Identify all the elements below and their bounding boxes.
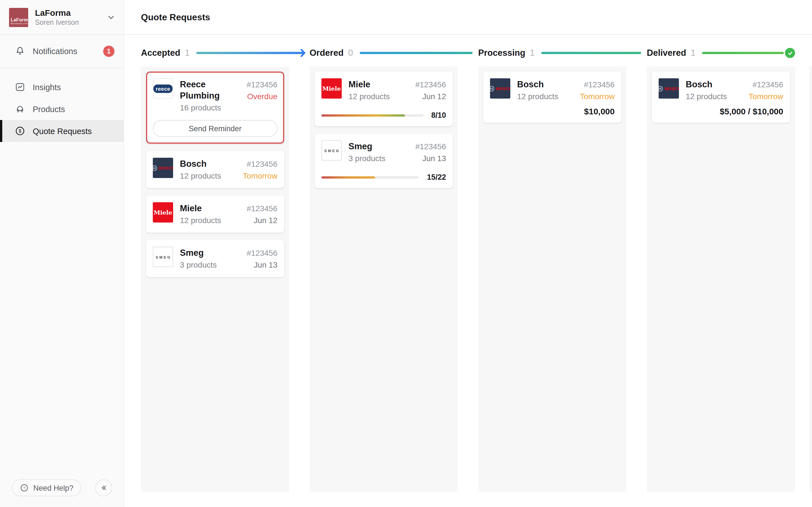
smeg-logo: SMEG [321, 140, 342, 161]
bosch-logo-wordmark: BOSCH [159, 165, 173, 170]
vendor-name: Smeg [349, 141, 409, 152]
question-circle-icon: ? [20, 483, 29, 492]
sidebar-item-quote-requests[interactable]: $ Quote Requests [0, 120, 123, 142]
stage-count: 1 [530, 48, 535, 58]
stage-count: 1 [185, 48, 190, 58]
vendor-name: Bosch [686, 79, 742, 90]
quote-card-reece[interactable]: reece Reece Plumbing 16 products #123456… [146, 71, 284, 144]
bell-icon [15, 45, 26, 58]
miele-logo-wordmark: Miele [154, 209, 172, 216]
order-number: #123456 [247, 203, 277, 214]
quote-card-bosch[interactable]: BOSCH Bosch 12 products #123456 Tomorrow… [652, 71, 790, 123]
sidebar: LaForma Barcelona Living LaForma Soren I… [0, 0, 124, 507]
stage-stepper: Accepted 1 Ordered 0 Processing 1 Delive… [124, 35, 812, 66]
stage-connector-line [360, 52, 472, 54]
sidebar-item-label: Quote Requests [33, 126, 92, 135]
order-progress: 8/10 [321, 111, 446, 119]
product-count: 16 products [180, 102, 240, 113]
sidebar-item-label: Insights [33, 82, 61, 92]
check-circle-icon [785, 48, 795, 58]
progress-track [321, 176, 419, 178]
sidebar-item-label: Products [33, 105, 65, 114]
collapse-sidebar-button[interactable] [95, 480, 112, 496]
product-count: 12 products [517, 91, 573, 102]
bosch-logo-wordmark: BOSCH [665, 86, 679, 91]
order-number: #123456 [247, 247, 277, 259]
product-count: 12 products [180, 215, 240, 226]
quote-card-miele[interactable]: Miele Miele 12 products #123456 Jun 12 [315, 71, 453, 126]
vendor-name: Bosch [180, 158, 236, 170]
column-accepted: reece Reece Plumbing 16 products #123456… [141, 66, 289, 492]
stage-ordered: Ordered 0 [310, 48, 458, 58]
due-status: Overdue [247, 91, 277, 102]
main-content: Quote Requests Accepted 1 Ordered 0 Proc… [124, 0, 812, 507]
due-status: Tomorrow [749, 91, 783, 102]
stage-connector-line [541, 52, 641, 54]
due-date: Jun 12 [247, 215, 277, 226]
org-text: LaForma Soren Iverson [35, 8, 79, 26]
quote-card-smeg[interactable]: SMEG Smeg 3 products #123456 Jun 13 [146, 240, 284, 277]
quote-card-bosch[interactable]: BOSCH Bosch 12 products #123456 Tomorrow [146, 151, 284, 188]
progress-fill [321, 176, 375, 178]
stage-processing: Processing 1 [478, 48, 626, 58]
sidebar-item-notifications[interactable]: Notifications 1 [0, 35, 123, 68]
miele-logo-wordmark: Miele [322, 85, 341, 92]
need-help-button[interactable]: ? Need Help? [12, 480, 82, 496]
notification-badge: 1 [103, 46, 114, 57]
vendor-name: Miele [180, 203, 240, 214]
dollar-circle-icon: $ [15, 126, 26, 136]
due-date: Jun 13 [247, 259, 277, 270]
product-count: 12 products [349, 91, 409, 102]
quote-card-bosch[interactable]: BOSCH Bosch 12 products #123456 Tomorrow… [483, 71, 621, 123]
stage-connector-line [702, 52, 784, 54]
laforma-logo-wordmark: LaForma [11, 18, 27, 22]
order-number: #123456 [247, 79, 277, 90]
chevron-down-icon[interactable] [107, 13, 116, 22]
stage-count: 0 [348, 48, 353, 58]
quote-card-miele[interactable]: Miele Miele 12 products #123456 Jun 12 [146, 195, 284, 233]
stage-name: Processing [478, 48, 525, 58]
order-number: #123456 [580, 79, 615, 90]
product-count: 12 products [686, 91, 742, 102]
progress-fill [321, 114, 405, 116]
svg-text:?: ? [23, 486, 26, 490]
stage-delivered: Delivered 1 [647, 48, 795, 58]
next-column-peek [809, 66, 812, 492]
laforma-logo: LaForma Barcelona Living [9, 8, 28, 27]
sidebar-footer: ? Need Help? [0, 480, 123, 507]
progress-track [321, 114, 423, 116]
order-amount: $10,000 [490, 107, 615, 116]
column-processing: BOSCH Bosch 12 products #123456 Tomorrow… [478, 66, 626, 492]
svg-text:$: $ [18, 128, 21, 134]
order-number: #123456 [415, 79, 446, 90]
send-reminder-button[interactable]: Send Reminder [153, 120, 277, 137]
stage-accepted: Accepted 1 [141, 48, 289, 58]
product-count: 12 products [180, 170, 236, 181]
page-title: Quote Requests [141, 12, 210, 22]
bosch-logo: BOSCH [490, 78, 510, 99]
order-amount: $5,000 / $10,000 [659, 107, 783, 116]
org-switcher[interactable]: LaForma Barcelona Living LaForma Soren I… [0, 0, 123, 35]
miele-logo: Miele [321, 78, 342, 99]
smeg-logo: SMEG [153, 247, 173, 267]
vendor-name: Smeg [180, 247, 240, 259]
org-name: LaForma [35, 8, 79, 17]
reece-logo-wordmark: reece [153, 84, 172, 93]
order-progress: 15/22 [321, 173, 446, 181]
sidebar-item-products[interactable]: Products [0, 98, 123, 120]
chart-icon [15, 82, 26, 93]
bosch-logo-wordmark: BOSCH [496, 86, 510, 91]
chevrons-left-icon [100, 484, 108, 492]
page-header: Quote Requests [124, 0, 812, 35]
chair-icon [15, 104, 26, 114]
need-help-label: Need Help? [33, 484, 73, 492]
bosch-emblem-icon [490, 86, 494, 92]
order-number: #123456 [415, 141, 446, 152]
quote-card-smeg[interactable]: SMEG Smeg 3 products #123456 Jun 13 [315, 133, 453, 188]
stage-name: Accepted [141, 48, 181, 58]
sidebar-item-insights[interactable]: Insights [0, 76, 123, 98]
org-user: Soren Iverson [35, 18, 79, 26]
stage-name: Ordered [310, 48, 344, 58]
due-date: Jun 12 [415, 91, 446, 102]
kanban-board: reece Reece Plumbing 16 products #123456… [124, 66, 812, 507]
